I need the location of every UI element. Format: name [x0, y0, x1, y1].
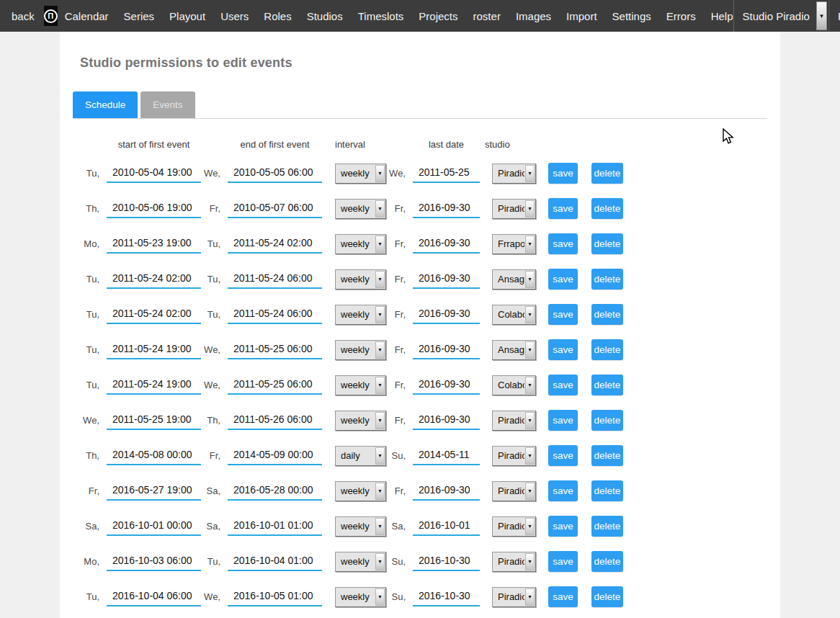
interval-select[interactable]: weekly ▼: [335, 481, 386, 501]
start-input[interactable]: [107, 305, 201, 324]
interval-select[interactable]: daily ▼: [335, 446, 386, 466]
interval-select[interactable]: weekly ▼: [335, 199, 386, 219]
delete-button[interactable]: delete: [591, 480, 623, 501]
end-input[interactable]: [228, 446, 322, 465]
start-input[interactable]: [107, 516, 201, 536]
delete-button[interactable]: delete: [591, 551, 623, 572]
delete-button[interactable]: delete: [591, 586, 623, 607]
delete-button[interactable]: delete: [591, 516, 623, 537]
nav-item-series[interactable]: Series: [124, 10, 155, 22]
last-date-input[interactable]: [413, 269, 480, 289]
delete-button[interactable]: delete: [591, 410, 623, 431]
studio-select[interactable]: Frrapo ▼: [492, 234, 536, 254]
end-input[interactable]: [228, 269, 322, 289]
nav-item-playout[interactable]: Playout: [169, 10, 205, 22]
nav-item-projects[interactable]: Projects: [419, 10, 457, 22]
end-input[interactable]: [228, 587, 322, 606]
end-input[interactable]: [228, 340, 322, 359]
studio-select[interactable]: Piradio ▼: [492, 516, 536, 537]
nav-item-import[interactable]: Import: [566, 10, 597, 22]
last-date-input[interactable]: [413, 516, 480, 536]
save-button[interactable]: save: [548, 516, 578, 537]
start-input[interactable]: [107, 375, 201, 395]
interval-select[interactable]: weekly ▼: [335, 411, 386, 431]
start-input[interactable]: [107, 164, 201, 183]
start-input[interactable]: [107, 269, 201, 289]
back-link[interactable]: back: [12, 10, 35, 22]
save-button[interactable]: save: [548, 480, 578, 501]
end-input[interactable]: [228, 199, 322, 218]
nav-item-studios[interactable]: Studios: [307, 10, 343, 22]
start-input[interactable]: [107, 481, 201, 501]
interval-select[interactable]: weekly ▼: [335, 516, 386, 537]
save-button[interactable]: save: [548, 375, 578, 395]
save-button[interactable]: save: [548, 586, 578, 607]
start-input[interactable]: [107, 340, 201, 359]
studio-select[interactable]: Ansage ▼: [492, 340, 536, 360]
nav-item-settings[interactable]: Settings: [612, 10, 651, 22]
save-button[interactable]: save: [548, 339, 578, 360]
last-date-input[interactable]: [413, 411, 480, 430]
interval-select[interactable]: weekly ▼: [335, 164, 386, 184]
tab-schedule[interactable]: Schedule: [73, 91, 138, 118]
studio-select[interactable]: Piradio ▼: [492, 481, 536, 501]
delete-button[interactable]: delete: [591, 198, 623, 219]
interval-select[interactable]: weekly ▼: [335, 340, 386, 360]
interval-select[interactable]: weekly ▼: [335, 234, 386, 254]
start-input[interactable]: [107, 446, 201, 465]
last-date-input[interactable]: [413, 305, 480, 324]
start-input[interactable]: [107, 234, 201, 254]
interval-select[interactable]: weekly ▼: [335, 552, 386, 572]
end-input[interactable]: [228, 552, 322, 571]
delete-button[interactable]: delete: [591, 375, 623, 395]
interval-select[interactable]: weekly ▼: [335, 587, 386, 607]
last-date-input[interactable]: [413, 199, 480, 218]
save-button[interactable]: save: [548, 304, 578, 325]
nav-item-roster[interactable]: roster: [473, 10, 501, 22]
start-input[interactable]: [107, 587, 201, 606]
end-input[interactable]: [228, 375, 322, 395]
end-input[interactable]: [228, 516, 322, 536]
nav-item-roles[interactable]: Roles: [264, 10, 291, 22]
studio-select[interactable]: Piradio ▼: [492, 411, 536, 431]
nav-item-users[interactable]: Users: [220, 10, 249, 22]
save-button[interactable]: save: [548, 445, 578, 466]
nav-item-errors[interactable]: Errors: [666, 10, 696, 22]
studio-select[interactable]: Piradio ▼: [492, 199, 536, 219]
project-select-nav[interactable]: Project 88vier ▼: [828, 0, 840, 32]
save-button[interactable]: save: [548, 269, 578, 290]
last-date-input[interactable]: [413, 552, 480, 571]
studio-select[interactable]: Ansage ▼: [492, 269, 536, 290]
nav-item-timeslots[interactable]: Timeslots: [358, 10, 404, 22]
save-button[interactable]: save: [548, 233, 578, 254]
last-date-input[interactable]: [413, 587, 480, 606]
studio-select-nav[interactable]: Studio Piradio ▼: [733, 0, 828, 32]
app-logo[interactable]: Π: [44, 6, 58, 26]
last-date-input[interactable]: [413, 375, 480, 395]
save-button[interactable]: save: [548, 198, 578, 219]
save-button[interactable]: save: [548, 410, 578, 431]
start-input[interactable]: [107, 411, 201, 430]
save-button[interactable]: save: [548, 551, 578, 572]
studio-select[interactable]: Piradio ▼: [492, 552, 536, 572]
nav-item-images[interactable]: Images: [516, 10, 551, 22]
delete-button[interactable]: delete: [591, 445, 623, 466]
delete-button[interactable]: delete: [591, 304, 623, 325]
delete-button[interactable]: delete: [591, 163, 623, 184]
nav-item-help[interactable]: Help: [711, 10, 733, 22]
delete-button[interactable]: delete: [591, 269, 623, 290]
interval-select[interactable]: weekly ▼: [335, 375, 386, 395]
last-date-input[interactable]: [413, 340, 480, 359]
last-date-input[interactable]: [413, 446, 480, 465]
studio-select[interactable]: Colabo ▼: [492, 375, 536, 395]
save-button[interactable]: save: [548, 163, 578, 184]
interval-select[interactable]: weekly ▼: [335, 305, 386, 325]
interval-select[interactable]: weekly ▼: [335, 269, 386, 290]
end-input[interactable]: [228, 164, 322, 183]
end-input[interactable]: [228, 411, 322, 430]
end-input[interactable]: [228, 305, 322, 324]
start-input[interactable]: [107, 199, 201, 218]
end-input[interactable]: [228, 481, 322, 501]
studio-select[interactable]: Colabo ▼: [492, 305, 536, 325]
last-date-input[interactable]: [413, 481, 480, 501]
